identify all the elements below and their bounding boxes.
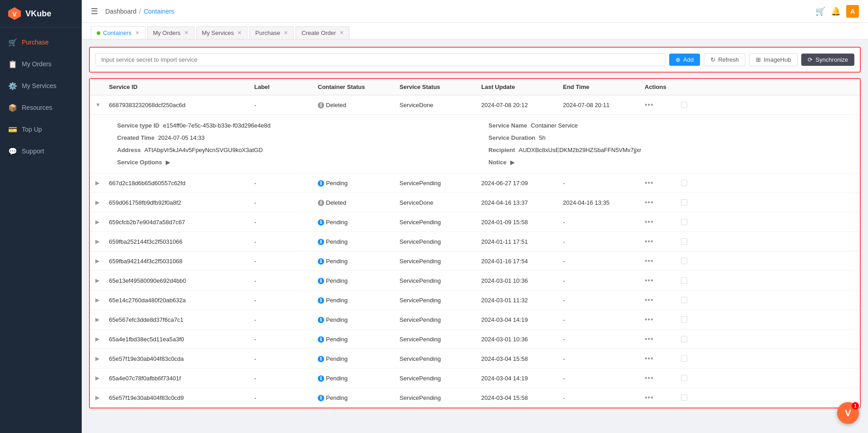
support-icon: 💬 bbox=[8, 147, 17, 156]
row-checkbox[interactable] bbox=[681, 219, 687, 225]
sidebar-item-purchase[interactable]: 🛒 Purchase bbox=[0, 31, 82, 53]
table-row-container: ▶ 65e14c2760da480f20ab632a - ℹ Pending S… bbox=[90, 290, 860, 310]
sidebar-item-label: My Services bbox=[22, 82, 56, 89]
expand-button[interactable]: ▶ bbox=[90, 336, 104, 342]
actions-button[interactable]: ••• bbox=[639, 276, 676, 285]
close-icon[interactable]: ✕ bbox=[284, 30, 288, 36]
service-status-cell: ServicePending bbox=[394, 375, 476, 382]
container-status-text: Pending bbox=[326, 336, 348, 343]
table-row-container: ▶ 65e57f19e30ab404f83c0cda - ℹ Pending S… bbox=[90, 349, 860, 369]
sidebar-item-label: Resources bbox=[22, 104, 52, 111]
service-id-cell: 659cfcb2b7e904d7a58d7c67 bbox=[104, 219, 249, 226]
detail-value: AUDXBc8xUsEDKM2b29HZSbaFFN5VMv7jjxr bbox=[519, 147, 641, 153]
container-status-text: Pending bbox=[326, 219, 348, 226]
sidebar-item-support[interactable]: 💬 Support bbox=[0, 140, 82, 162]
expand-button[interactable]: ▶ bbox=[90, 355, 104, 362]
row-checkbox[interactable] bbox=[681, 277, 687, 284]
sidebar-item-top-up[interactable]: 💳 Top Up bbox=[0, 118, 82, 140]
row-checkbox[interactable] bbox=[681, 238, 687, 245]
close-icon[interactable]: ✕ bbox=[135, 30, 139, 36]
search-input[interactable] bbox=[95, 53, 666, 66]
actions-button[interactable]: ••• bbox=[639, 374, 676, 382]
sidebar-item-resources[interactable]: 📦 Resources bbox=[0, 97, 82, 118]
content-area: ⊕ Add ↻ Refresh ⊞ ImageHub ⟳ Synchronize… bbox=[82, 39, 868, 433]
actions-button[interactable]: ••• bbox=[639, 198, 676, 207]
add-label: Add bbox=[683, 56, 694, 63]
expand-button[interactable]: ▶ bbox=[90, 238, 104, 245]
service-status-cell: ServicePending bbox=[394, 219, 476, 226]
tab-containers[interactable]: Containers ✕ bbox=[91, 26, 145, 39]
row-checkbox[interactable] bbox=[681, 355, 687, 362]
table-row-expanded: ▼ 66879383232068dcf250ac6d - ℹ Deleted S… bbox=[90, 95, 860, 173]
actions-button[interactable]: ••• bbox=[639, 179, 676, 187]
add-button[interactable]: ⊕ Add bbox=[669, 54, 700, 66]
actions-button[interactable]: ••• bbox=[639, 394, 676, 402]
avatar[interactable]: A bbox=[846, 5, 859, 18]
refresh-button[interactable]: ↻ Refresh bbox=[704, 53, 746, 66]
checkbox-cell bbox=[676, 180, 694, 186]
row-checkbox[interactable] bbox=[681, 394, 687, 401]
row-checkbox[interactable] bbox=[681, 102, 687, 108]
service-status-cell: ServiceDone bbox=[394, 102, 476, 108]
container-status-cell: ℹ Pending bbox=[312, 238, 394, 245]
checkbox-cell bbox=[676, 355, 694, 362]
sidebar-item-my-orders[interactable]: 📋 My Orders bbox=[0, 53, 82, 75]
expand-button[interactable]: ▶ bbox=[90, 394, 104, 401]
close-icon[interactable]: ✕ bbox=[340, 30, 344, 36]
logo[interactable]: V VKube bbox=[0, 0, 82, 28]
actions-button[interactable]: ••• bbox=[639, 354, 676, 363]
expand-button[interactable]: ▶ bbox=[90, 316, 104, 323]
imagehub-icon: ⊞ bbox=[756, 56, 761, 63]
floating-badge[interactable]: V 1 bbox=[837, 402, 859, 424]
actions-button[interactable]: ••• bbox=[639, 296, 676, 304]
tab-purchase[interactable]: Purchase ✕ bbox=[249, 26, 294, 39]
col-last-update: Last Update bbox=[476, 84, 557, 90]
expand-button[interactable]: ▶ bbox=[90, 219, 104, 225]
actions-button[interactable]: ••• bbox=[639, 101, 676, 109]
row-checkbox[interactable] bbox=[681, 316, 687, 323]
imagehub-button[interactable]: ⊞ ImageHub bbox=[749, 53, 798, 66]
detail-label: Address bbox=[117, 147, 141, 153]
detail-label: Service Duration bbox=[488, 134, 535, 141]
expand-button[interactable]: ▶ bbox=[90, 199, 104, 206]
row-checkbox[interactable] bbox=[681, 180, 687, 186]
col-actions: Actions bbox=[639, 84, 676, 90]
close-icon[interactable]: ✕ bbox=[184, 30, 188, 36]
sidebar-nav: 🛒 Purchase 📋 My Orders ⚙️ My Services 📦 … bbox=[0, 28, 82, 433]
actions-button[interactable]: ••• bbox=[639, 257, 676, 265]
synchronize-button[interactable]: ⟳ Synchronize bbox=[801, 54, 854, 66]
last-update-cell: 2024-03-01 10:36 bbox=[476, 336, 557, 343]
end-time-cell: - bbox=[557, 355, 639, 362]
menu-toggle-icon[interactable]: ☰ bbox=[91, 6, 98, 16]
row-checkbox[interactable] bbox=[681, 336, 687, 342]
checkbox-cell bbox=[676, 375, 694, 381]
notice-expand[interactable]: ▶ bbox=[510, 159, 515, 166]
label-cell: - bbox=[249, 180, 312, 187]
expand-button[interactable]: ▶ bbox=[90, 180, 104, 186]
container-status-text: Deleted bbox=[326, 199, 346, 206]
expand-button[interactable]: ▼ bbox=[90, 102, 104, 108]
actions-button[interactable]: ••• bbox=[639, 237, 676, 246]
sidebar-item-my-services[interactable]: ⚙️ My Services bbox=[0, 75, 82, 97]
service-status-cell: ServicePending bbox=[394, 297, 476, 304]
row-checkbox[interactable] bbox=[681, 297, 687, 303]
service-options-expand[interactable]: ▶ bbox=[166, 159, 170, 166]
label-cell: - bbox=[249, 219, 312, 226]
expand-button[interactable]: ▶ bbox=[90, 277, 104, 284]
actions-button[interactable]: ••• bbox=[639, 218, 676, 226]
actions-button[interactable]: ••• bbox=[639, 335, 676, 343]
actions-button[interactable]: ••• bbox=[639, 315, 676, 324]
tab-create-order[interactable]: Create Order ✕ bbox=[296, 26, 350, 39]
service-id-cell: 667d2c18d6b65d60557c62fd bbox=[104, 180, 249, 187]
tab-my-services[interactable]: My Services ✕ bbox=[196, 26, 248, 39]
expand-button[interactable]: ▶ bbox=[90, 297, 104, 303]
row-checkbox[interactable] bbox=[681, 375, 687, 381]
row-checkbox[interactable] bbox=[681, 258, 687, 264]
row-checkbox[interactable] bbox=[681, 199, 687, 206]
tab-my-orders[interactable]: My Orders ✕ bbox=[147, 26, 194, 39]
expand-button[interactable]: ▶ bbox=[90, 375, 104, 381]
close-icon[interactable]: ✕ bbox=[237, 30, 242, 36]
cart-icon[interactable]: 🛒 bbox=[815, 6, 825, 16]
expand-button[interactable]: ▶ bbox=[90, 258, 104, 264]
bell-icon[interactable]: 🔔 bbox=[831, 6, 841, 16]
